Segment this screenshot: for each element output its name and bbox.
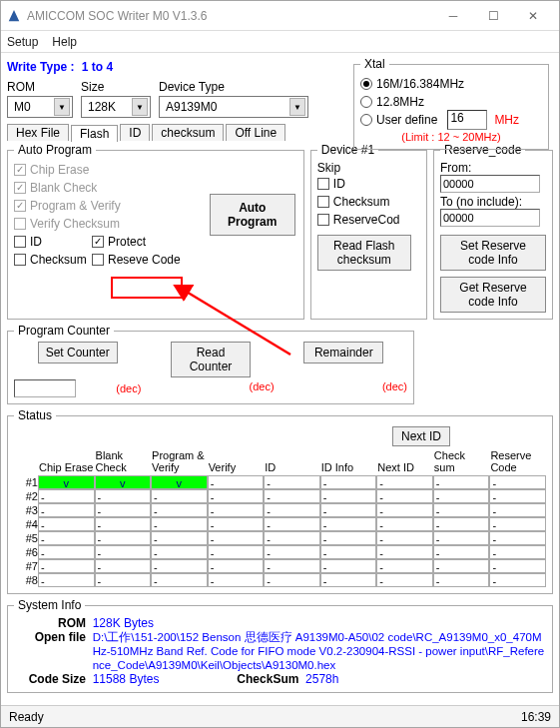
reserve-code-group: Reserve_code From: To (no include): Set … <box>433 143 553 320</box>
xtal-group: Xtal 16M/16.384MHz 12.8MHz User define 1… <box>353 57 549 150</box>
tab-offline[interactable]: Off Line <box>226 124 285 141</box>
remainder-button[interactable]: Remainder <box>303 342 383 364</box>
set-counter-button[interactable]: Set Counter <box>38 342 118 364</box>
set-reserve-code-button[interactable]: Set Reserve code Info <box>440 235 546 271</box>
cb-reserve-code[interactable] <box>92 254 104 266</box>
menu-bar: Setup Help <box>1 31 559 53</box>
table-row: #5--------- <box>14 531 546 545</box>
title-bar: AMICCOM SOC Writer M0 V1.3.6 ─ ☐ ✕ <box>1 1 559 31</box>
window-title: AMICCOM SOC Writer M0 V1.3.6 <box>27 9 433 23</box>
close-button[interactable]: ✕ <box>513 2 553 30</box>
table-row: #8--------- <box>14 573 546 587</box>
xtal-user-value[interactable]: 16 <box>447 110 487 130</box>
annotation-red-box <box>111 277 183 299</box>
cb-protect[interactable] <box>92 236 104 248</box>
get-reserve-code-button[interactable]: Get Reserve code Info <box>440 277 546 313</box>
menu-help[interactable]: Help <box>52 35 77 49</box>
tab-hexfile[interactable]: Hex File <box>7 124 69 141</box>
cb-dev1-checksum[interactable] <box>317 196 329 208</box>
tab-id[interactable]: ID <box>120 124 150 141</box>
device1-group: Device #1 Skip ID Checksum ReserveCod Re… <box>310 143 427 320</box>
status-ready: Ready <box>9 710 44 724</box>
read-counter-button[interactable]: Read Counter <box>171 342 251 377</box>
cb-verify-checksum[interactable] <box>14 218 26 230</box>
sysinfo-codesize: 11588 Bytes <box>93 672 160 686</box>
chevron-down-icon: ▼ <box>289 98 305 116</box>
chevron-down-icon: ▼ <box>54 98 70 116</box>
menu-setup[interactable]: Setup <box>7 35 38 49</box>
svg-marker-0 <box>9 9 20 20</box>
status-table: Chip EraseBlank CheckProgram & Verify Ve… <box>14 448 546 587</box>
app-icon <box>7 9 21 23</box>
rom-combo[interactable]: M0▼ <box>7 96 73 118</box>
status-bar: Ready 16:39 <box>1 705 559 727</box>
cb-chip-erase[interactable] <box>14 164 26 176</box>
status-group: Status Next ID Chip EraseBlank CheckProg… <box>7 408 553 594</box>
cb-dev1-reserve[interactable] <box>317 214 329 226</box>
maximize-button[interactable]: ☐ <box>473 2 513 30</box>
sysinfo-checksum: 2578h <box>305 672 338 686</box>
cb-program-verify[interactable] <box>14 200 26 212</box>
next-id-button[interactable]: Next ID <box>392 426 450 446</box>
set-counter-input[interactable] <box>14 379 76 397</box>
xtal-opt-16m[interactable]: 16M/16.384MHz <box>360 75 542 93</box>
xtal-opt-12m[interactable]: 12.8MHz <box>360 93 542 111</box>
status-time: 16:39 <box>521 710 551 724</box>
size-label: Size <box>81 80 151 94</box>
cb-blank-check[interactable] <box>14 182 26 194</box>
reserve-from-input[interactable] <box>440 175 540 193</box>
read-flash-checksum-button[interactable]: Read Flash checksum <box>317 235 411 271</box>
chevron-down-icon: ▼ <box>132 98 148 116</box>
tab-checksum[interactable]: checksum <box>152 124 224 141</box>
auto-program-button[interactable]: Auto Program <box>210 194 295 236</box>
tab-flash[interactable]: Flash <box>71 125 118 142</box>
table-row: #4--------- <box>14 517 546 531</box>
table-row: #3--------- <box>14 503 546 517</box>
xtal-opt-user[interactable]: User define 16 MHz <box>360 111 542 129</box>
sysinfo-rom: 128K Bytes <box>93 616 154 630</box>
table-row: #6--------- <box>14 545 546 559</box>
system-info-group: System Info ROM 128K Bytes Open file D:\… <box>7 598 553 693</box>
program-counter-group: Program Counter Set Counter Read Counter… <box>7 324 414 404</box>
reserve-to-input[interactable] <box>440 209 540 227</box>
xtal-limit: (Limit : 12 ~ 20MHz) <box>360 131 542 143</box>
table-row: #2--------- <box>14 489 546 503</box>
sysinfo-openfile: D:\工作\151-200\152 Benson 思德医疗 A9139M0-A5… <box>93 630 546 672</box>
cb-dev1-id[interactable] <box>317 178 329 190</box>
minimize-button[interactable]: ─ <box>433 2 473 30</box>
size-combo[interactable]: 128K▼ <box>81 96 151 118</box>
cb-checksum[interactable] <box>14 254 26 266</box>
device-type-combo[interactable]: A9139M0▼ <box>159 96 308 118</box>
rom-label: ROM <box>7 80 73 94</box>
device-type-label: Device Type <box>159 80 308 94</box>
table-row: #7--------- <box>14 559 546 573</box>
table-row: #1vvv------ <box>14 475 546 489</box>
cb-id[interactable] <box>14 236 26 248</box>
